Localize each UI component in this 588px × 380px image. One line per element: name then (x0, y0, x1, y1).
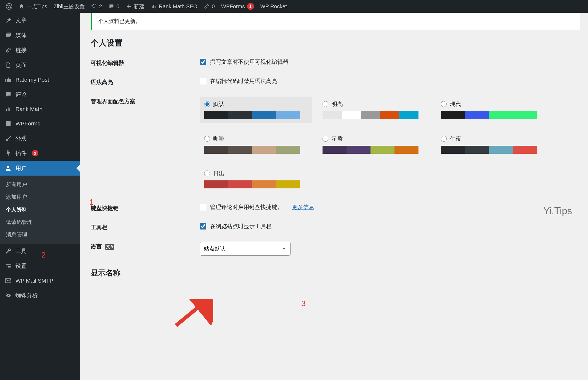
menu-tools[interactable]: 工具 (0, 244, 80, 259)
menu-settings[interactable]: 设置 (0, 259, 80, 274)
comments[interactable]: 0 (105, 0, 123, 13)
color-scheme-option[interactable]: 日出 (200, 166, 312, 193)
submenu-profile[interactable]: 个人资料 (0, 203, 80, 216)
color-scheme-radio[interactable] (204, 171, 210, 176)
color-scheme-radio[interactable] (441, 101, 447, 107)
comment-icon (108, 3, 114, 9)
color-scheme-option[interactable]: 咖啡 (200, 131, 312, 158)
color-scheme-grid: 默认明亮现代咖啡星质午夜日出 (200, 97, 580, 193)
site-name[interactable]: 一点Tips (15, 0, 50, 13)
label-syntax: 语法高亮 (91, 77, 200, 86)
main-content: 个人资料已更新。 个人设置 可视化编辑器 撰写文章时不使用可视化编辑器 语法高亮… (80, 13, 588, 380)
color-scheme-option[interactable]: 午夜 (437, 131, 549, 158)
brush-icon (5, 135, 12, 142)
menu-appearance[interactable]: 外观 (0, 131, 80, 146)
page-title: 个人设置 (91, 38, 580, 49)
color-scheme-label: 明亮 (332, 100, 343, 108)
menu-wpforms[interactable]: WPForms (0, 116, 80, 131)
plus-icon (126, 3, 132, 9)
color-swatch (441, 146, 537, 154)
wrench-icon (5, 248, 12, 255)
checkbox-keyboard-text: 管理评论时启用键盘快捷键。 (210, 203, 283, 211)
color-scheme-label: 午夜 (450, 135, 461, 142)
admin-bar: 一点Tips Zibll主题设置 2 0 新建 Rank Math SEO 0 … (0, 0, 588, 13)
watermark: Yi.Tips (543, 205, 572, 217)
wprocket-link[interactable]: WP Rocket (257, 0, 290, 13)
updates[interactable]: 2 (88, 0, 105, 13)
color-scheme-label: 默认 (213, 100, 224, 108)
row-color-scheme: 管理界面配色方案 默认明亮现代咖啡星质午夜日出 (91, 97, 580, 193)
label-language: 语言 文A (91, 242, 200, 250)
color-scheme-radio[interactable] (323, 101, 328, 107)
new-content[interactable]: 新建 (123, 0, 148, 13)
menu-users[interactable]: 用户 (0, 161, 80, 176)
row-toolbar: 工具栏 在浏览站点时显示工具栏 (91, 223, 580, 231)
rankmath-link[interactable]: Rank Math SEO (148, 0, 201, 13)
row-language: 语言 文A 站点默认 (91, 242, 580, 256)
menu-media[interactable]: 媒体 (0, 28, 80, 43)
color-scheme-option[interactable]: 现代 (437, 97, 549, 123)
mail-icon (5, 277, 12, 284)
wpforms-badge: 1 (247, 3, 254, 10)
link-icon (5, 47, 12, 54)
checkbox-syntax-input[interactable] (200, 78, 206, 84)
broken-links[interactable]: 0 (200, 0, 218, 13)
pages-icon (5, 62, 12, 69)
svg-line-1 (176, 304, 203, 326)
menu-rankmath[interactable]: Rank Math (0, 102, 80, 116)
plugin-icon (5, 150, 12, 157)
menu-links[interactable]: 链接 (0, 43, 80, 58)
color-scheme-option[interactable]: 默认 (200, 97, 312, 123)
pin-icon (5, 17, 12, 24)
menu-plugins[interactable]: 插件 2 (0, 146, 80, 161)
menu-spider[interactable]: 蜘蛛分析 (0, 288, 80, 303)
comments-count: 0 (116, 3, 119, 10)
color-swatch (204, 180, 300, 188)
row-keyboard: 键盘快捷键 管理评论时启用键盘快捷键。 更多信息 (91, 203, 580, 212)
chart-icon (151, 3, 157, 9)
label-color-scheme: 管理界面配色方案 (91, 97, 200, 105)
translate-icon: 文A (105, 244, 115, 250)
label-toolbar: 工具栏 (91, 223, 200, 231)
checkbox-toolbar-input[interactable] (200, 223, 206, 229)
link-icon (204, 3, 210, 9)
color-scheme-option[interactable]: 星质 (318, 131, 430, 158)
menu-pages[interactable]: 页面 (0, 58, 80, 73)
color-scheme-radio[interactable] (441, 136, 447, 142)
wpforms-link[interactable]: WPForms 1 (218, 0, 257, 13)
keyboard-more-link[interactable]: 更多信息 (292, 203, 314, 211)
color-scheme-label: 星质 (332, 135, 343, 142)
submenu-all-users[interactable]: 所有用户 (0, 178, 80, 191)
color-swatch (323, 146, 418, 154)
color-scheme-option[interactable]: 明亮 (318, 97, 430, 123)
checkbox-syntax[interactable]: 在编辑代码时禁用语法高亮 (200, 77, 580, 85)
links-count: 0 (212, 3, 215, 10)
checkbox-keyboard-input[interactable] (200, 204, 206, 210)
submenu-add-user[interactable]: 添加用户 (0, 191, 80, 203)
color-scheme-radio[interactable] (204, 101, 210, 107)
submenu-invite[interactable]: 邀请码管理 (0, 216, 80, 228)
menu-rate-my-post[interactable]: Rate my Post (0, 73, 80, 87)
wp-logo[interactable] (3, 0, 15, 13)
color-scheme-radio[interactable] (204, 136, 210, 142)
thumb-icon (5, 76, 12, 83)
annotation-arrow (171, 299, 213, 328)
submenu-messages[interactable]: 消息管理 (0, 228, 80, 241)
checkbox-toolbar[interactable]: 在浏览站点时显示工具栏 (200, 223, 580, 230)
user-icon (5, 165, 12, 172)
media-icon (5, 32, 12, 39)
form-icon (5, 120, 12, 127)
menu-comments[interactable]: 评论 (0, 87, 80, 102)
language-select[interactable]: 站点默认 (200, 242, 291, 256)
menu-wpmailsmtp[interactable]: WP Mail SMTP (0, 274, 80, 288)
color-scheme-radio[interactable] (323, 136, 328, 142)
checkbox-visual-editor-input[interactable] (200, 59, 206, 65)
site-name-text: 一点Tips (27, 3, 47, 10)
menu-posts[interactable]: 文章 (0, 13, 80, 28)
checkbox-visual-editor[interactable]: 撰写文章时不使用可视化编辑器 (200, 58, 580, 66)
section-display-name: 显示名称 (91, 268, 580, 278)
update-notice: 个人资料已更新。 (91, 13, 580, 30)
home-icon (19, 3, 25, 9)
theme-settings-link[interactable]: Zibll主题设置 (50, 0, 88, 13)
updates-count: 2 (99, 3, 102, 10)
